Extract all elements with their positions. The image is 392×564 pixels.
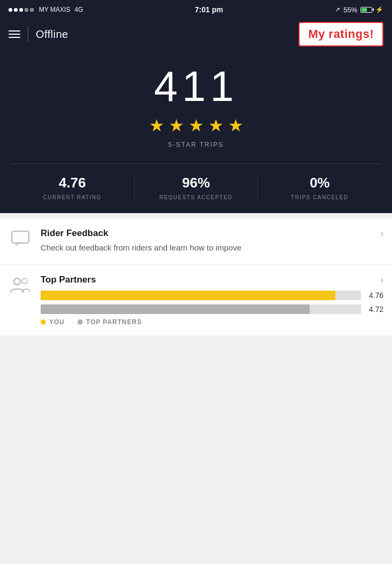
top-partners-card[interactable]: Top Partners › 4.76 4.72: [0, 265, 392, 335]
signal-dot-5: [30, 8, 34, 12]
hamburger-line-2: [9, 34, 20, 35]
stat-label-current-rating: CURRENT RATING: [43, 194, 102, 200]
bar-row-partners: 4.72: [41, 304, 383, 314]
cards-section: Rider Feedback › Check out feedback from…: [0, 213, 392, 342]
battery-icon: [360, 7, 372, 13]
top-partners-header: Top Partners ›: [41, 275, 383, 285]
legend-you: YOU: [41, 318, 65, 326]
stat-value-requests-accepted: 96%: [182, 175, 210, 191]
bar-row-you: 4.76: [41, 291, 383, 300]
bar-value-partners: 4.72: [366, 305, 383, 314]
rider-feedback-card[interactable]: Rider Feedback › Check out feedback from…: [0, 218, 392, 264]
svg-point-1: [14, 278, 20, 285]
legend-dot-top-partners: [77, 319, 83, 325]
svg-point-2: [22, 278, 27, 284]
bar-track-partners: [41, 304, 361, 314]
rider-feedback-icon-wrap: [9, 229, 32, 253]
legend-label-you: YOU: [49, 318, 65, 326]
status-left: MY MAXIS 4G: [9, 6, 83, 13]
hero-section: 411 ★ ★ ★ ★ ★ 5-STAR TRIPS 4.76 CURRENT …: [0, 49, 392, 213]
top-partners-chevron: ›: [381, 275, 383, 285]
rider-feedback-title: Rider Feedback: [41, 228, 108, 239]
stat-value-trips-canceled: 0%: [310, 175, 330, 191]
hamburger-line-1: [9, 30, 20, 32]
signal-dot-3: [19, 8, 23, 12]
stat-trips-canceled: 0% TRIPS CANCELED: [258, 175, 381, 200]
rider-feedback-chevron: ›: [381, 229, 383, 238]
legend-top-partners: TOP PARTNERS: [77, 318, 142, 326]
star-5: ★: [228, 115, 244, 136]
chat-icon: [11, 230, 30, 252]
status-right: ↗ 55% ⚡: [335, 6, 383, 14]
hamburger-menu-button[interactable]: [9, 30, 20, 38]
stat-label-trips-canceled: TRIPS CANCELED: [291, 194, 349, 200]
status-time: 7:01 pm: [195, 5, 223, 14]
charging-icon: ⚡: [375, 6, 383, 13]
stat-label-requests-accepted: REQUESTS ACCEPTED: [159, 194, 232, 200]
star-4: ★: [208, 115, 224, 136]
signal-dots: [9, 8, 34, 12]
stat-value-current-rating: 4.76: [59, 175, 86, 191]
stat-current-rating: 4.76 CURRENT RATING: [11, 175, 135, 200]
top-partners-bars: 4.76 4.72: [41, 291, 383, 314]
signal-dot-1: [9, 8, 12, 12]
rider-feedback-content: Rider Feedback › Check out feedback from…: [41, 228, 383, 254]
people-icon: [10, 276, 31, 298]
battery-percent: 55%: [343, 6, 357, 14]
trip-count: 411: [154, 65, 238, 108]
top-partners-title: Top Partners: [41, 275, 96, 285]
my-ratings-badge-text: My ratings!: [308, 27, 374, 41]
bar-fill-you: [41, 291, 335, 300]
bar-value-you: 4.76: [366, 291, 383, 300]
legend-label-top-partners: TOP PARTNERS: [86, 318, 142, 326]
top-partners-content: Top Partners › 4.76 4.72: [41, 275, 383, 326]
network-label: 4G: [74, 6, 83, 13]
legend-dot-you: [41, 319, 46, 325]
svg-rect-0: [12, 231, 29, 243]
hamburger-line-3: [9, 37, 20, 38]
nav-title: Offline: [36, 28, 68, 41]
star-trips-label: 5-STAR TRIPS: [168, 141, 224, 148]
stats-row: 4.76 CURRENT RATING 96% REQUESTS ACCEPTE…: [11, 163, 381, 213]
status-bar: MY MAXIS 4G 7:01 pm ↗ 55% ⚡: [0, 0, 392, 19]
location-icon: ↗: [335, 6, 340, 13]
carrier-label: MY MAXIS: [39, 6, 70, 13]
star-3: ★: [189, 115, 204, 136]
signal-dot-2: [14, 8, 18, 12]
bar-fill-partners: [41, 304, 310, 314]
my-ratings-badge[interactable]: My ratings!: [299, 22, 383, 46]
stat-requests-accepted: 96% REQUESTS ACCEPTED: [135, 175, 258, 200]
top-partners-legend: YOU TOP PARTNERS: [41, 318, 383, 326]
star-1: ★: [149, 115, 164, 136]
stars-row: ★ ★ ★ ★ ★: [149, 115, 244, 136]
signal-dot-4: [25, 8, 28, 12]
nav-divider: [28, 27, 28, 42]
top-partners-icon-wrap: [9, 276, 32, 299]
star-2: ★: [169, 115, 184, 136]
rider-feedback-header: Rider Feedback ›: [41, 228, 383, 239]
rider-feedback-desc: Check out feedback from riders and learn…: [41, 242, 383, 254]
bar-track-you: [41, 291, 361, 300]
nav-bar: Offline My ratings!: [0, 19, 392, 49]
